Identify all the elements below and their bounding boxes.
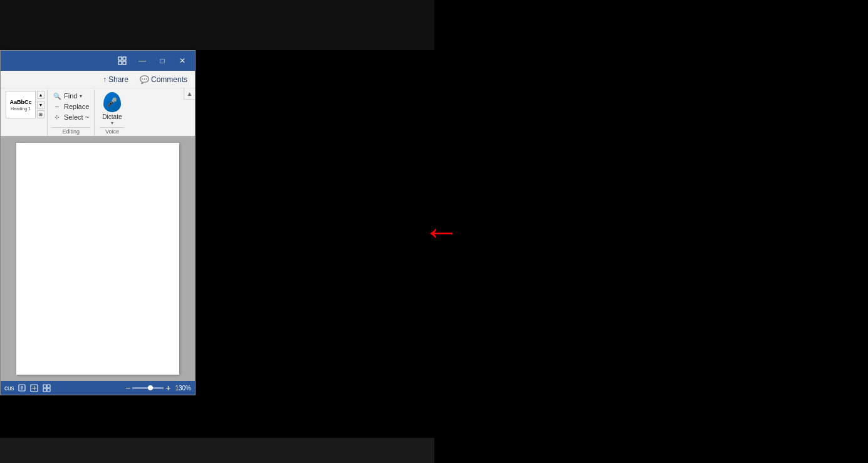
title-bar: — □ ✕ [1,51,195,71]
zoom-control: − + 130% [125,383,191,393]
ribbon-content: AaBbCc Heading 1 ▲ ▼ ⊞ 🔍 Find ▾ ↔ [1,88,195,136]
zoom-minus-btn[interactable]: − [125,383,130,393]
maximize-icon: □ [160,56,164,65]
red-arrow: ← [423,213,461,251]
dictate-icon: 🎤 [103,92,121,112]
style-expand[interactable]: ⊞ [37,110,44,118]
taskbar-area [0,438,434,463]
document-area[interactable] [1,137,195,381]
share-icon: ↑ [103,75,107,84]
style-scroll-down[interactable]: ▼ [37,101,44,109]
svg-rect-13 [43,388,46,392]
minimize-icon: — [139,56,146,65]
style-box-normal[interactable]: AaBbCc Heading 1 [6,91,36,118]
close-btn[interactable]: ✕ [172,52,192,70]
ribbon-top-bar: ↑ Share 💬 Comments [1,71,195,88]
document-page [16,143,179,375]
svg-rect-14 [47,388,50,392]
styles-group: AaBbCc Heading 1 ▲ ▼ ⊞ [3,90,48,136]
svg-rect-1 [123,57,126,60]
voice-group: 🎤 Dictate ▾ Voice [95,90,129,136]
settings-btn[interactable] [112,52,132,70]
comments-icon: 💬 [140,75,149,84]
style-scroll-buttons: ▲ ▼ ⊞ [37,91,44,118]
style-scroll-up[interactable]: ▲ [37,91,44,99]
select-item[interactable]: ⊹ Select ~ [51,112,90,122]
svg-rect-3 [123,61,126,65]
comments-label: Comments [151,75,187,84]
dictate-label: Dictate [102,113,122,120]
status-icon-1[interactable] [17,383,27,393]
find-icon: 🔍 [53,91,61,100]
dictate-dropdown-arrow: ▾ [111,120,113,126]
select-label: Select ~ [64,113,89,121]
replace-item[interactable]: ↔ Replace [51,101,90,112]
find-item[interactable]: 🔍 Find ▾ [51,91,90,101]
find-label: Find [64,92,77,100]
svg-rect-2 [118,61,122,65]
word-window: — □ ✕ ↑ Share 💬 Comments AaBbCc [0,50,196,395]
comments-button[interactable]: 💬 Comments [136,74,191,85]
share-button[interactable]: ↑ Share [99,74,132,85]
status-icon-3[interactable] [42,383,52,393]
share-label: Share [108,75,128,84]
svg-rect-0 [118,57,122,60]
status-focus-label: cus [4,385,14,392]
editing-group: 🔍 Find ▾ ↔ Replace ⊹ Select ~ Editing [48,90,95,136]
minimize-btn[interactable]: — [132,52,152,70]
svg-rect-12 [47,385,50,388]
status-bar: cus [1,381,195,395]
maximize-btn[interactable]: □ [152,52,172,70]
zoom-plus-btn[interactable]: + [165,383,170,393]
replace-icon: ↔ [53,102,61,111]
style-name-label: Heading 1 [11,107,31,111]
zoom-value-label: 130% [175,385,191,392]
close-icon: ✕ [179,56,186,65]
voice-group-label: Voice [100,127,124,135]
svg-rect-11 [43,385,46,388]
style-preview-text: AaBbCc [9,99,31,105]
ribbon-collapse-btn[interactable]: ▲ [184,88,195,100]
zoom-slider[interactable] [132,387,164,389]
find-chevron: ▾ [80,93,82,99]
zoom-slider-thumb [148,385,153,390]
select-icon: ⊹ [53,113,61,122]
replace-label: Replace [64,103,89,110]
dictate-button[interactable]: 🎤 Dictate ▾ [100,91,124,127]
status-icon-2[interactable] [29,383,39,393]
editing-group-label: Editing [51,127,90,135]
dark-top-region [0,0,434,50]
